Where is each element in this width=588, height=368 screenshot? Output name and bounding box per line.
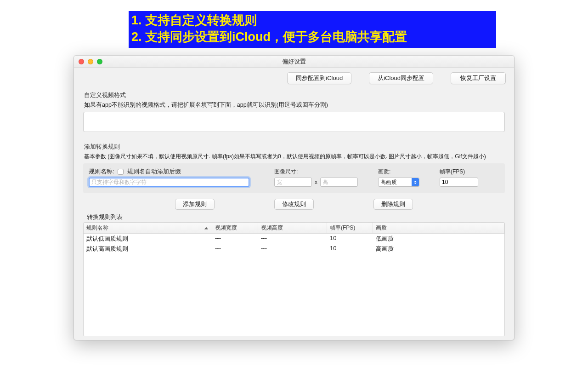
close-icon[interactable]: [79, 59, 84, 64]
window-title: 偏好设置: [74, 58, 514, 66]
modify-rule-button[interactable]: 修改规则: [274, 199, 314, 210]
toolbar: 同步配置到iCloud 从iCloud同步配置 恢复工厂设置: [74, 68, 514, 87]
add-rule-button[interactable]: 添加规则: [175, 199, 215, 210]
add-rule-title: 添加转换规则: [84, 143, 505, 151]
custom-format-input[interactable]: [83, 112, 505, 132]
cell-fps: 10: [327, 244, 373, 253]
rule-actions: 添加规则 修改规则 删除规则: [83, 199, 505, 210]
th-width[interactable]: 视频宽度: [212, 223, 258, 233]
image-size-label: 图像尺寸:: [274, 168, 358, 176]
table-row[interactable]: 默认高画质规则 --- --- 10 高画质: [84, 244, 504, 254]
cell-quality: 高画质: [373, 244, 504, 253]
width-input[interactable]: [274, 178, 312, 187]
minimize-icon[interactable]: [88, 59, 93, 64]
th-height[interactable]: 视频高度: [258, 223, 327, 233]
zoom-icon[interactable]: [97, 59, 102, 64]
sync-to-icloud-button[interactable]: 同步配置到iCloud: [287, 72, 351, 84]
custom-format-label: 自定义视频格式: [84, 92, 505, 99]
rule-name-input[interactable]: [89, 178, 249, 187]
preferences-window: 偏好设置 同步配置到iCloud 从iCloud同步配置 恢复工厂设置 自定义视…: [74, 55, 514, 340]
rule-name-label: 规则名称:: [89, 168, 114, 176]
auto-suffix-checkbox[interactable]: [118, 169, 124, 175]
table-header: 规则名称 视频宽度 视频高度 帧率(FPS) 画质: [84, 223, 504, 234]
fps-input[interactable]: [440, 178, 478, 187]
height-input[interactable]: [320, 178, 358, 187]
feature-banner: 1. 支持自定义转换规则 2. 支持同步设置到iCloud，便于多台电脑共享配置: [129, 11, 496, 48]
cell-fps: 10: [327, 234, 373, 243]
quality-label: 画质:: [378, 168, 419, 176]
fps-label: 帧率(FPS): [440, 168, 478, 176]
th-name[interactable]: 规则名称: [84, 223, 212, 233]
table-row[interactable]: 默认低画质规则 --- --- 10 低画质: [84, 234, 504, 244]
th-fps[interactable]: 帧率(FPS): [327, 223, 373, 233]
add-rule-panel: 规则名称: 规则名自动添加后缀 图像尺寸: x: [83, 163, 505, 193]
cell-height: ---: [258, 234, 327, 243]
add-rule-desc: 基本参数 (图像尺寸如果不填，默认使用视频原尺寸. 帧率(fps)如果不填写或者…: [84, 153, 505, 161]
cell-name: 默认高画质规则: [84, 244, 212, 253]
cell-height: ---: [258, 244, 327, 253]
window-controls: [74, 59, 102, 64]
cell-quality: 低画质: [373, 234, 504, 243]
restore-factory-button[interactable]: 恢复工厂设置: [451, 72, 506, 84]
auto-suffix-label: 规则名自动添加后缀: [127, 168, 181, 176]
cell-width: ---: [212, 234, 258, 243]
x-separator: x: [315, 179, 317, 185]
th-quality[interactable]: 画质: [373, 223, 504, 233]
cell-width: ---: [212, 244, 258, 253]
quality-select[interactable]: 高画质: [378, 178, 419, 187]
banner-line-1: 1. 支持自定义转换规则: [131, 12, 493, 29]
delete-rule-button[interactable]: 删除规则: [373, 199, 413, 210]
custom-format-hint: 如果有app不能识别的视频格式，请把扩展名填写到下面，app就可以识别(用逗号或…: [84, 101, 505, 109]
chevron-updown-icon: [412, 178, 419, 186]
quality-value: 高画质: [380, 178, 397, 186]
rule-table: 规则名称 视频宽度 视频高度 帧率(FPS) 画质 默认低画质规则 --- --…: [83, 222, 505, 336]
table-body: 默认低画质规则 --- --- 10 低画质 默认高画质规则 --- --- 1…: [84, 234, 504, 254]
cell-name: 默认低画质规则: [84, 234, 212, 243]
titlebar: 偏好设置: [74, 56, 514, 68]
rule-list-label: 转换规则列表: [87, 213, 505, 221]
sync-from-icloud-button[interactable]: 从iCloud同步配置: [369, 72, 433, 84]
banner-line-2: 2. 支持同步设置到iCloud，便于多台电脑共享配置: [131, 29, 493, 45]
